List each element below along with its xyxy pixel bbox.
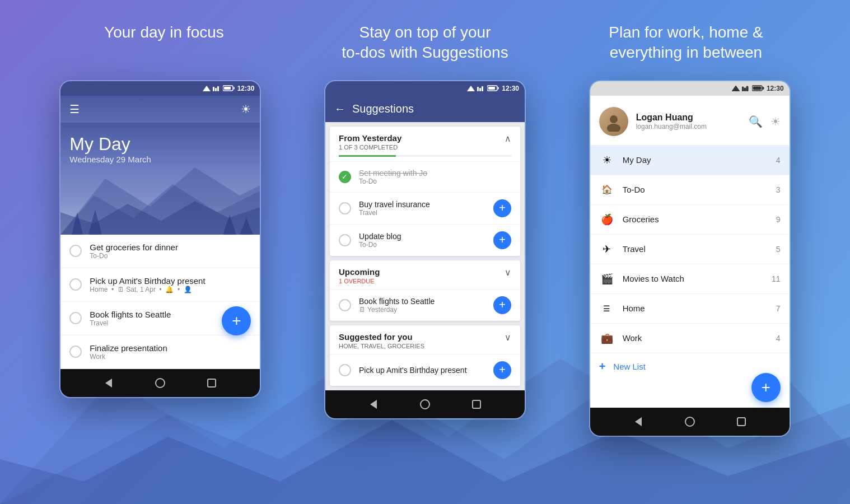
groceries-icon: 🍎 — [599, 212, 615, 227]
list-item-myday[interactable]: ☀ My Day 4 — [590, 146, 790, 175]
task-checkbox-3[interactable] — [69, 312, 82, 324]
phone2-wrapper: 12:30 ← Suggestions From Yesterday 1 OF … — [324, 80, 526, 419]
s-text-meeting: Set meeting with Jo — [359, 169, 511, 178]
hamburger-icon[interactable]: ☰ — [69, 102, 80, 116]
task-checkbox-2[interactable] — [69, 278, 82, 291]
movies-count: 11 — [772, 274, 781, 283]
list-item-work[interactable]: 💼 Work 4 — [590, 324, 790, 353]
add-blog-button[interactable]: + — [493, 231, 511, 249]
user-avatar[interactable] — [599, 107, 628, 136]
task-item-2[interactable]: Pick up Amit's Birthday present Home • 🗓… — [60, 268, 260, 302]
s-text-flights: Book flights to Seattle — [359, 297, 485, 306]
home-list-icon: ☰ — [599, 301, 615, 316]
add-birthday-button[interactable]: + — [493, 361, 511, 379]
card-subtitle-yesterday: 1 OF 3 COMPLETED — [339, 144, 401, 151]
suggestion-checkbox-blog[interactable] — [339, 234, 351, 246]
svg-rect-35 — [753, 87, 761, 90]
phone2: 12:30 ← Suggestions From Yesterday 1 OF … — [324, 80, 526, 419]
suggestion-item-2[interactable]: Buy travel insurance Travel + — [330, 192, 520, 224]
list-item-movies[interactable]: 🎬 Movies to Watch 11 — [590, 264, 790, 294]
svg-point-28 — [421, 400, 429, 409]
phone2-bottom-bar — [325, 390, 525, 418]
svg-rect-6 — [217, 86, 219, 91]
list-item-travel[interactable]: ✈ Travel 5 — [590, 235, 790, 264]
phone1-day-title: My Day — [69, 134, 251, 155]
suggestion-item-flights[interactable]: Book flights to Seattle 🗓 Yesterday + — [330, 289, 520, 321]
todo-count: 3 — [776, 185, 781, 194]
home-list-name: Home — [623, 304, 768, 313]
task-item-1[interactable]: Get groceries for dinner To-Do — [60, 235, 260, 268]
sun-icon[interactable]: ☀ — [241, 102, 251, 116]
suggestion-checkbox-insurance[interactable] — [339, 202, 351, 214]
svg-rect-29 — [473, 400, 480, 408]
suggestion-item-birthday[interactable]: Pick up Amit's Birthday present + — [330, 354, 520, 386]
task-checkbox-4[interactable] — [69, 346, 82, 358]
phone3-fab[interactable]: + — [751, 373, 781, 402]
phone1-status-bar: 12:30 — [60, 81, 260, 96]
svg-rect-4 — [213, 87, 214, 91]
p3-recents-icon[interactable] — [736, 416, 747, 427]
travel-icon: ✈ — [599, 241, 615, 257]
travel-count: 5 — [776, 245, 781, 254]
phones-row: 12:30 ☰ ☀ My Day W — [0, 74, 850, 442]
home-icon[interactable] — [155, 377, 166, 389]
task-sub-4: Work — [90, 353, 251, 361]
p3-back-icon[interactable] — [633, 416, 644, 427]
movies-icon: 🎬 — [599, 271, 615, 287]
card-subtitle-upcoming: 1 OVERDUE — [339, 278, 380, 284]
collapse-icon-suggested[interactable]: ∨ — [505, 332, 511, 343]
svg-marker-17 — [105, 379, 112, 388]
search-icon[interactable]: 🔍 — [749, 115, 763, 128]
card-subtitle-suggested: HOME, TRAVEL, GROCERIES — [339, 343, 424, 349]
phone3: 12:30 Logan Huang logan.huang@mail.com 🔍… — [589, 80, 791, 437]
s-sub-flights: 🗓 Yesterday — [359, 306, 485, 314]
back-arrow-icon[interactable]: ← — [334, 102, 345, 115]
p2-home-icon[interactable] — [419, 399, 431, 410]
p2-back-icon[interactable] — [368, 399, 379, 410]
suggestion-checkbox-flights[interactable] — [339, 299, 351, 311]
phone1-hero: My Day Wednesday 29 March — [60, 123, 260, 235]
s-text-blog: Update blog — [359, 232, 485, 241]
phone3-time: 12:30 — [767, 85, 784, 92]
list-item-todo[interactable]: 🏠 To-Do 3 — [590, 175, 790, 205]
svg-rect-9 — [233, 87, 235, 90]
progress-fill — [339, 155, 396, 157]
task-item-4[interactable]: Finalize presentation Work — [60, 335, 260, 369]
p3-home-icon[interactable] — [684, 416, 695, 427]
myday-count: 4 — [776, 156, 781, 165]
svg-marker-30 — [732, 86, 740, 91]
phone3-lists: ☀ My Day 4 🏠 To-Do 3 🍎 Groceries 9 ✈ Tra… — [590, 146, 790, 380]
collapse-icon-yesterday[interactable]: ∧ — [505, 133, 511, 144]
suggestion-item-1[interactable]: ✓ Set meeting with Jo To-Do — [330, 161, 520, 192]
recents-icon[interactable] — [206, 377, 217, 389]
svg-rect-23 — [482, 86, 483, 91]
headline-phone2: Stay on top of yourto-dos with Suggestio… — [296, 22, 554, 63]
task-checkbox-1[interactable] — [69, 245, 82, 257]
phone2-app-bar: ← Suggestions — [325, 96, 525, 122]
back-icon[interactable] — [103, 377, 114, 389]
svg-rect-25 — [488, 87, 495, 90]
collapse-icon-upcoming[interactable]: ∨ — [505, 267, 511, 278]
phone3-sun-icon[interactable]: ☀ — [770, 115, 781, 128]
new-list-text[interactable]: New List — [613, 362, 646, 371]
p2-recents-icon[interactable] — [471, 399, 482, 410]
suggestion-checkbox-birthday[interactable] — [339, 364, 351, 376]
list-item-groceries[interactable]: 🍎 Groceries 9 — [590, 205, 790, 235]
task-text-4: Finalize presentation — [90, 343, 251, 353]
list-item-home[interactable]: ☰ Home 7 — [590, 294, 790, 324]
header-section: Your day in focus Stay on top of yourto-… — [0, 0, 850, 74]
s-text-birthday: Pick up Amit's Birthday present — [359, 366, 485, 375]
svg-rect-41 — [737, 418, 745, 426]
phone2-status-bar: 12:30 — [325, 81, 525, 96]
add-flights-button[interactable]: + — [493, 296, 511, 314]
suggestion-item-3[interactable]: Update blog To-Do + — [330, 224, 520, 256]
svg-rect-22 — [479, 88, 481, 91]
done-checkbox[interactable]: ✓ — [339, 171, 351, 183]
user-email: logan.huang@mail.com — [636, 123, 707, 130]
from-yesterday-card: From Yesterday 1 OF 3 COMPLETED ∧ ✓ Set … — [330, 127, 520, 256]
task-text-2: Pick up Amit's Birthday present — [90, 276, 251, 286]
phone1-fab[interactable]: + — [222, 306, 251, 335]
phone3-status-bar: 12:30 — [590, 81, 790, 96]
phone3-profile-area: Logan Huang logan.huang@mail.com 🔍 ☀ — [590, 96, 790, 146]
add-insurance-button[interactable]: + — [493, 199, 511, 217]
